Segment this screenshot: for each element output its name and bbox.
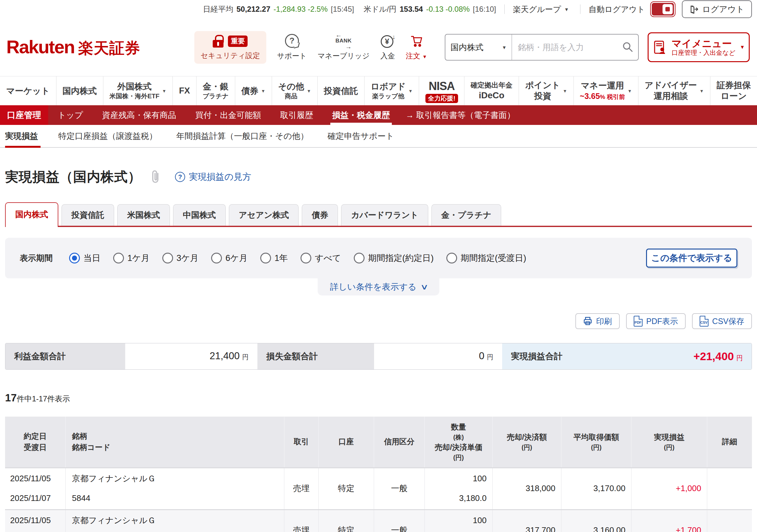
order-menu[interactable]: 注文 ▼ bbox=[406, 34, 427, 61]
chevron-down-icon: ▼ bbox=[261, 88, 265, 94]
tab-mutual-funds[interactable]: 投資信託 bbox=[62, 204, 114, 226]
chevron-down-icon: ▼ bbox=[502, 45, 506, 50]
col-header-margin: 信用区分 bbox=[374, 417, 424, 467]
account-nav-pnl-tax-history[interactable]: 損益・税金履歴 bbox=[323, 105, 399, 125]
search-category-select[interactable]: 国内株式 ▼ bbox=[445, 35, 512, 60]
chevron-down-icon: ▼ bbox=[307, 88, 311, 94]
logout-button[interactable]: ログアウト bbox=[682, 0, 752, 18]
usdjpy-quote: 米ドル/円 153.54 -0.13 -0.08% [16:10] bbox=[364, 4, 496, 14]
question-bubble-icon: ? bbox=[285, 34, 299, 48]
global-nav-money-management[interactable]: マネー運用 ~3.65% 税引前 ▼ bbox=[573, 77, 638, 105]
radio-6months[interactable]: 6ケ月 bbox=[211, 252, 248, 264]
tab-asean-stocks[interactable]: アセアン株式 bbox=[229, 204, 299, 226]
global-nav-gold-platinum[interactable]: 金・銀プラチナ bbox=[196, 77, 235, 105]
radio-3months[interactable]: 3ケ月 bbox=[162, 252, 199, 264]
expand-detailed-conditions-link[interactable]: 詳しい条件を表示する ∨ bbox=[318, 278, 439, 296]
toggle-knob bbox=[662, 4, 673, 14]
account-nav-trade-history[interactable]: 取引履歴 bbox=[271, 105, 323, 125]
tab-covered-warrants[interactable]: カバードワラント bbox=[341, 204, 428, 226]
usdjpy-time: [16:10] bbox=[473, 5, 496, 14]
tab-bonds[interactable]: 債券 bbox=[302, 204, 338, 226]
page-title: 実現損益（国内株式） bbox=[5, 168, 141, 186]
global-nav-bonds[interactable]: 債券 ▼ bbox=[235, 77, 272, 105]
cell-trade: 売埋 bbox=[284, 468, 318, 509]
display-period-filter: 表示期間 当日 1ケ月 3ケ月 6ケ月 1年 すべて 期間指定(約定日) 期間指… bbox=[5, 238, 752, 278]
global-nav-other-products[interactable]: その他商品 ▼ bbox=[272, 77, 317, 105]
moneybridge-link[interactable]: ← BANK → マネーブリッジ bbox=[318, 34, 370, 61]
table-row: 2025/11/052025/11/07 京都フィナンシャルＧ5844 売埋 特… bbox=[5, 509, 752, 532]
tab-domestic-stocks[interactable]: 国内株式 bbox=[5, 202, 58, 226]
tab-china-stocks[interactable]: 中国株式 bbox=[173, 204, 226, 226]
subnav-annual-pnl-calc[interactable]: 年間損益計算（一般口座・その他） bbox=[167, 125, 318, 147]
paperclip-icon bbox=[150, 170, 161, 184]
tabs-underline bbox=[5, 226, 752, 227]
chevron-down-icon: ▼ bbox=[162, 88, 167, 94]
global-nav-roboadvisor[interactable]: ロボアド楽ラップ他 ▼ bbox=[364, 77, 419, 105]
radio-all[interactable]: すべて bbox=[300, 252, 341, 264]
mymenu-button[interactable]: マイメニュー 口座管理・入出金など ▼ bbox=[648, 32, 750, 62]
loss-total-label: 損失金額合計 bbox=[257, 343, 374, 369]
radio-icon bbox=[300, 253, 311, 264]
global-nav-mutual-funds[interactable]: 投資信託 bbox=[317, 77, 364, 105]
realized-pnl-table: 約定日受渡日 銘柄銘柄コード 取引 口座 信用区分 数量(株) 売却/決済単価(… bbox=[5, 417, 752, 532]
tab-gold-platinum[interactable]: 金・プラチナ bbox=[432, 204, 501, 226]
printer-icon bbox=[583, 316, 592, 326]
cell-detail bbox=[707, 468, 752, 509]
radio-today[interactable]: 当日 bbox=[69, 252, 101, 264]
support-link[interactable]: ? サポート bbox=[277, 34, 307, 61]
cell-qty: 1003,180.0 bbox=[424, 468, 492, 509]
global-nav-market[interactable]: マーケット bbox=[0, 77, 56, 105]
account-nav-home[interactable]: 口座管理 bbox=[0, 105, 48, 125]
col-header-name: 銘柄銘柄コード bbox=[65, 417, 284, 467]
subnav-tax-filing-support[interactable]: 確定申告サポート bbox=[318, 125, 404, 147]
subnav-realized-pnl[interactable]: 実現損益 bbox=[5, 125, 49, 147]
deposit-link[interactable]: ¥ ↓ 入金 bbox=[380, 34, 395, 61]
global-nav-ideco[interactable]: 確定拠出年金iDeCo bbox=[464, 77, 519, 105]
search-input[interactable] bbox=[512, 43, 622, 52]
radio-icon bbox=[162, 253, 173, 264]
csv-save-button[interactable]: CSV CSV保存 bbox=[692, 313, 752, 329]
global-nav-domestic-stocks[interactable]: 国内株式 bbox=[56, 77, 103, 105]
cell-avg-cost: 3,170.00 bbox=[561, 468, 631, 509]
security-settings-link[interactable]: 重要 セキュリティ設定 bbox=[194, 31, 266, 64]
pdf-icon: PDF bbox=[634, 316, 643, 327]
subnav-tokutei-account-pnl[interactable]: 特定口座損益（譲渡益税） bbox=[49, 125, 167, 147]
rakuten-group-menu[interactable]: 楽天グループ ▼ bbox=[513, 4, 569, 15]
auto-logout-toggle[interactable] bbox=[651, 2, 675, 16]
csv-icon: CSV bbox=[700, 316, 709, 327]
global-nav-collateral-loan[interactable]: 証券担保ローン bbox=[710, 77, 757, 105]
chevron-down-icon: ▼ bbox=[700, 88, 704, 94]
col-header-account: 口座 bbox=[318, 417, 374, 467]
rakuten-logo[interactable]: Rakuten 楽天証券 bbox=[6, 36, 140, 58]
global-nav-point-investment[interactable]: ポイント投資 ▼ bbox=[519, 77, 573, 105]
global-nav-fx[interactable]: FX bbox=[172, 77, 196, 105]
global-nav-advisor[interactable]: アドバイザー運用相談 ▼ bbox=[638, 77, 710, 105]
radio-range-settle-date[interactable]: 期間指定(受渡日) bbox=[446, 252, 526, 264]
radio-range-trade-date[interactable]: 期間指定(約定日) bbox=[354, 252, 434, 264]
col-header-trade: 取引 bbox=[284, 417, 318, 467]
nikkei-value: 50,212.27 bbox=[236, 5, 270, 14]
print-button[interactable]: 印刷 bbox=[575, 313, 620, 329]
radio-1month[interactable]: 1ケ月 bbox=[113, 252, 150, 264]
period-radio-group: 当日 1ケ月 3ケ月 6ケ月 1年 すべて 期間指定(約定日) 期間指定(受渡日… bbox=[69, 252, 526, 264]
global-nav-nisa[interactable]: NISA全力応援! bbox=[419, 77, 464, 105]
account-nav-top[interactable]: トップ bbox=[48, 105, 93, 125]
pdf-view-button[interactable]: PDF PDF表示 bbox=[626, 313, 686, 329]
radio-1year[interactable]: 1年 bbox=[260, 252, 288, 264]
symbol-search: 国内株式 ▼ bbox=[445, 34, 639, 61]
cell-name: 京都フィナンシャルＧ5844 bbox=[65, 468, 284, 509]
radio-icon bbox=[69, 253, 80, 264]
account-nav-buying-power[interactable]: 買付・出金可能額 bbox=[186, 105, 271, 125]
tab-us-stocks[interactable]: 米国株式 bbox=[117, 204, 170, 226]
global-nav-foreign-stocks[interactable]: 外国株式米国株・海外ETF ▼ bbox=[103, 77, 173, 105]
cell-name: 京都フィナンシャルＧ5844 bbox=[65, 510, 284, 532]
main-content: 実現損益（国内株式） ? 実現損益の見方 国内株式 投資信託 米国株式 中国株式… bbox=[0, 168, 757, 532]
divider bbox=[504, 4, 505, 14]
search-button[interactable] bbox=[622, 42, 633, 53]
search-icon bbox=[622, 42, 633, 52]
help-link[interactable]: ? 実現損益の見方 bbox=[175, 171, 251, 183]
apply-filter-button[interactable]: この条件で表示する bbox=[646, 249, 737, 267]
account-nav-report-docs-link[interactable]: → 取引報告書等（電子書面） bbox=[399, 105, 522, 125]
export-actions: 印刷 PDF PDF表示 CSV CSV保存 bbox=[5, 313, 752, 329]
account-nav-assets[interactable]: 資産残高・保有商品 bbox=[93, 105, 186, 125]
